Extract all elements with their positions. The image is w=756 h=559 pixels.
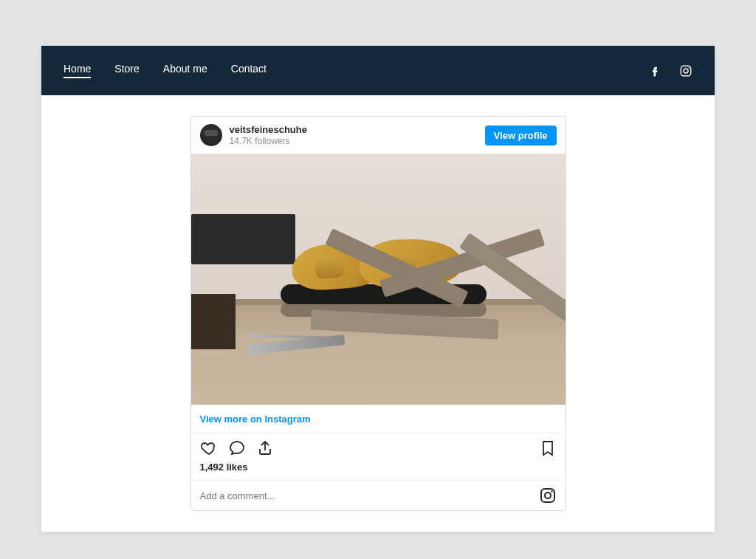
- view-more-bar: View more on Instagram: [191, 405, 566, 433]
- nav-home[interactable]: Home: [63, 63, 91, 78]
- svg-point-5: [551, 490, 552, 492]
- comment-input[interactable]: [200, 490, 532, 501]
- svg-rect-0: [681, 66, 691, 76]
- top-navbar: Home Store About me Contact: [41, 46, 715, 95]
- page-container: Home Store About me Contact veitsfeinesc…: [41, 46, 715, 532]
- share-icon[interactable]: [256, 439, 274, 457]
- view-more-link[interactable]: View more on Instagram: [200, 414, 311, 425]
- insta-actions: [191, 433, 566, 462]
- instagram-logo-icon[interactable]: [539, 487, 557, 504]
- instagram-embed-card: veitsfeineschuhe 14.7K followers View pr…: [190, 116, 566, 511]
- like-icon[interactable]: [200, 439, 218, 457]
- nav-links: Home Store About me Contact: [63, 63, 267, 78]
- page-content: veitsfeineschuhe 14.7K followers View pr…: [41, 95, 715, 532]
- nav-social-icons: [648, 64, 693, 78]
- svg-point-1: [684, 69, 688, 73]
- nav-contact[interactable]: Contact: [231, 63, 267, 78]
- insta-followers: 14.7K followers: [230, 136, 478, 146]
- svg-point-2: [688, 67, 690, 69]
- nav-about[interactable]: About me: [163, 63, 207, 78]
- comment-icon[interactable]: [228, 439, 246, 457]
- insta-username[interactable]: veitsfeineschuhe: [230, 124, 478, 136]
- bookmark-icon[interactable]: [539, 439, 557, 457]
- insta-header: veitsfeineschuhe 14.7K followers View pr…: [191, 117, 566, 154]
- nav-store[interactable]: Store: [114, 63, 139, 78]
- likes-count[interactable]: 1,492 likes: [191, 462, 566, 480]
- avatar[interactable]: [200, 124, 222, 146]
- insta-user-block: veitsfeineschuhe 14.7K followers: [230, 124, 478, 146]
- svg-point-4: [545, 493, 551, 498]
- comment-row: [191, 480, 566, 510]
- insta-post-image[interactable]: [191, 154, 566, 405]
- instagram-icon[interactable]: [679, 64, 693, 78]
- facebook-icon[interactable]: [648, 64, 662, 78]
- view-profile-button[interactable]: View profile: [485, 126, 557, 145]
